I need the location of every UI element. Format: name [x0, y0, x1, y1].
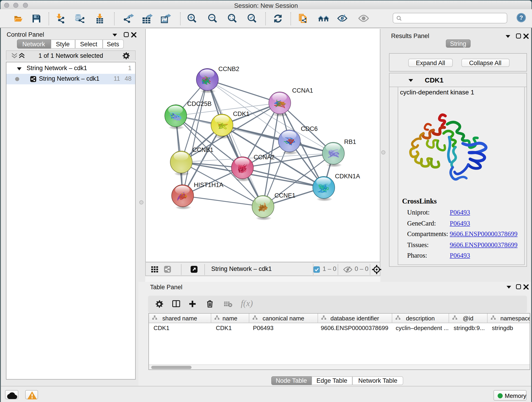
svg-text:CCNB2: CCNB2 — [218, 65, 239, 72]
svg-text:RB1: RB1 — [344, 138, 356, 145]
svg-text:CCNA2: CCNA2 — [254, 153, 275, 160]
svg-text:CDC6: CDC6 — [301, 125, 318, 132]
svg-text:CDKN1A: CDKN1A — [335, 172, 360, 179]
svg-text:CCNE1: CCNE1 — [274, 192, 296, 199]
svg-text:CDK1: CDK1 — [233, 110, 249, 117]
svg-text:CCNB1: CCNB1 — [192, 146, 214, 153]
svg-text:CDC25B: CDC25B — [187, 100, 212, 107]
svg-text:?: ? — [519, 14, 523, 21]
svg-text:HIST1H1A: HIST1H1A — [194, 181, 223, 188]
svg-text:CCNA1: CCNA1 — [292, 87, 313, 94]
